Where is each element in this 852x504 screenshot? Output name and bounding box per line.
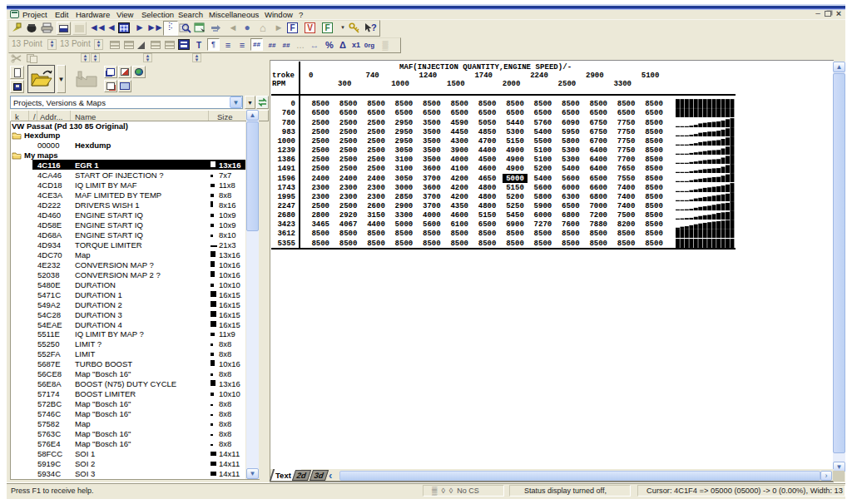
svg-text:?: ? bbox=[371, 22, 377, 32]
